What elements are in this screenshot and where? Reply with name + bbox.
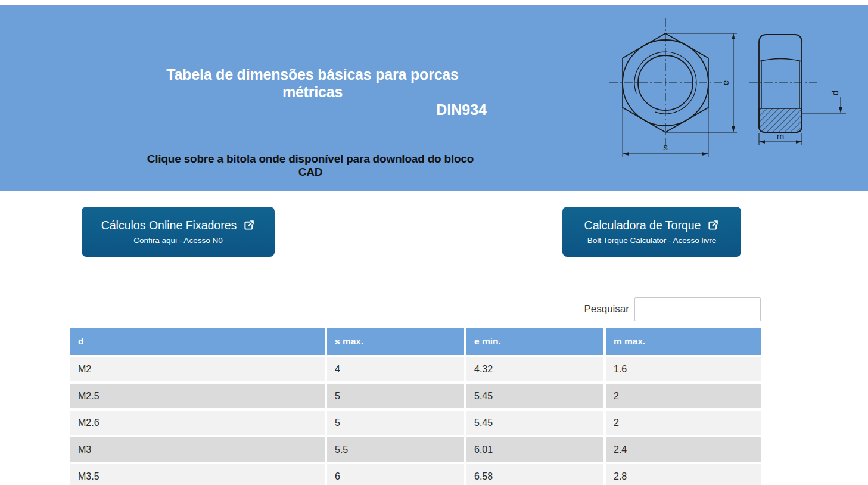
page-title: Tabela de dimensões básicas para porcas … [138,66,487,101]
value-cell: 5 [327,384,464,408]
search-input[interactable] [634,297,761,321]
torque-button-label: Calculadora de Torque [584,219,701,232]
value-cell: 2.4 [606,437,761,462]
value-cell: 5.45 [466,411,603,435]
dimension-s-label: s [663,142,668,152]
column-header: s max. [327,328,464,355]
search-label: Pesquisar [584,303,629,315]
external-link-icon [242,219,255,232]
instruction-text: Clique sobre a bitola onde disponível pa… [134,153,487,179]
value-cell: 2 [606,411,761,435]
table-row: M2.555.452 [70,384,761,408]
value-cell: 4.32 [466,357,603,381]
table-row: M3.566.582.8 [70,464,761,485]
column-header: m max. [606,328,761,355]
fixadores-button-label: Cálculos Online Fixadores [101,219,237,232]
value-cell: 6.58 [466,464,603,485]
value-cell: 5.5 [327,437,464,462]
size-cell[interactable]: M3.5 [70,464,325,485]
dimension-m-label: m [777,131,785,141]
nut-side-view: m d [749,35,846,145]
external-link-icon [707,219,719,232]
section-divider [71,278,761,278]
size-cell[interactable]: M3 [70,437,325,462]
table-body: M244.321.6M2.555.452M2.655.452M35.56.012… [70,357,761,485]
dimension-d-label: d [830,91,840,95]
size-cell[interactable]: M2 [70,357,325,381]
table-row: M2.655.452 [70,411,761,435]
value-cell: 2 [606,384,761,408]
torque-button[interactable]: Calculadora de Torque Bolt Torque Calcul… [562,207,741,257]
dimensions-table: ds max.e min.m max. M244.321.6M2.555.452… [68,326,763,485]
table-search: Pesquisar [536,297,761,321]
size-cell[interactable]: M2.5 [70,384,325,408]
size-cell[interactable]: M2.6 [70,411,325,435]
value-cell: 1.6 [606,357,761,381]
table-row: M244.321.6 [70,357,761,381]
fixadores-button[interactable]: Cálculos Online Fixadores Confira aqui -… [82,207,275,257]
value-cell: 6.01 [466,437,603,462]
value-cell: 5.45 [466,384,603,408]
torque-button-sublabel: Bolt Torque Calculator - Acesso livre [587,236,717,245]
standard-label: DIN934 [138,101,487,119]
table-header-row: ds max.e min.m max. [70,328,761,355]
column-header: e min. [466,328,603,355]
value-cell: 6 [327,464,464,485]
nut-technical-drawing: e s m d [605,17,855,166]
value-cell: 4 [327,357,464,381]
dimension-e-label: e [720,80,730,85]
nut-front-view: e s [609,18,737,157]
table-row: M35.56.012.4 [70,437,761,462]
value-cell: 5 [327,411,464,435]
hero-banner: Tabela de dimensões básicas para porcas … [0,5,868,191]
value-cell: 2.8 [606,464,761,485]
fixadores-button-sublabel: Confira aqui - Acesso N0 [133,236,222,245]
column-header: d [70,328,325,355]
